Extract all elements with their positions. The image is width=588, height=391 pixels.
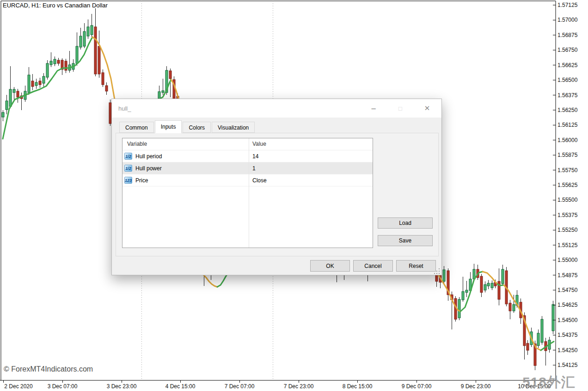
time-axis-label: 9 Dec 07:00 — [402, 383, 432, 390]
param-row-hull-period[interactable]: 1/2Hull period14 — [122, 150, 373, 162]
table-column-divider — [249, 138, 249, 248]
resize-grip[interactable] — [434, 268, 440, 274]
load-button[interactable]: Load — [378, 217, 433, 229]
mt4-chart-window: EURCAD, H1: Euro vs Canadian Dollar 1.57… — [0, 0, 588, 391]
param-value[interactable]: 14 — [252, 153, 258, 160]
time-axis-label: 2 Dec 2020 — [4, 383, 32, 390]
param-value[interactable]: 1 — [252, 165, 256, 172]
double-type-icon: 1/2 — [124, 153, 132, 160]
param-name: Price — [135, 177, 148, 184]
param-value[interactable]: Close — [252, 177, 267, 184]
maximize-icon: □ — [398, 105, 402, 112]
cancel-button[interactable]: Cancel — [353, 260, 393, 272]
time-axis-label: 9 Dec 23:00 — [461, 383, 491, 390]
time-axis-label: 4 Dec 15:00 — [165, 383, 196, 390]
tab-colors[interactable]: Colors — [183, 122, 211, 133]
close-button[interactable]: ✕ — [414, 99, 441, 118]
param-row-price[interactable]: 123PriceClose — [122, 174, 373, 186]
inputs-table: Variable Value 1/2Hull period141/2Hull p… — [122, 138, 373, 248]
time-axis-label: 7 Dec 23:00 — [284, 383, 314, 390]
dialog-tabs: CommonInputsColorsVisualization — [119, 122, 256, 133]
variable-column-header: Variable — [127, 141, 147, 147]
indicator-properties-dialog: hull_ ─□✕ CommonInputsColorsVisualizatio… — [111, 99, 442, 275]
minimize-icon: ─ — [371, 105, 375, 112]
dialog-titlebar[interactable]: hull_ ─□✕ — [112, 99, 441, 118]
time-axis-label: 7 Dec 07:00 — [225, 383, 255, 390]
ok-button[interactable]: OK — [310, 260, 350, 272]
copyright-watermark: © ForexMT4Indicators.com — [4, 365, 93, 373]
param-name: Hull period — [135, 153, 162, 160]
double-type-icon: 1/2 — [124, 165, 132, 172]
param-row-hull-power[interactable]: 1/2Hull power1 — [122, 162, 373, 174]
save-button[interactable]: Save — [378, 235, 433, 246]
integer-type-icon: 123 — [124, 177, 132, 184]
reset-button[interactable]: Reset — [396, 260, 436, 272]
tab-visualization[interactable]: Visualization — [212, 122, 255, 133]
time-axis-label: 3 Dec 23:00 — [107, 383, 137, 390]
tab-common[interactable]: Common — [119, 122, 154, 133]
param-name: Hull power — [135, 165, 162, 172]
close-icon: ✕ — [424, 104, 430, 112]
dialog-title: hull_ — [118, 105, 131, 112]
window-controls: ─□✕ — [360, 99, 441, 118]
time-axis-label: 8 Dec 15:00 — [343, 383, 373, 390]
value-column-header: Value — [252, 141, 266, 147]
maximize-button[interactable]: □ — [387, 99, 414, 118]
table-header-row: Variable Value — [122, 138, 373, 150]
minimize-button[interactable]: ─ — [360, 99, 387, 118]
inputs-tab-page: Variable Value 1/2Hull period141/2Hull p… — [116, 133, 439, 256]
tab-inputs[interactable]: Inputs — [155, 120, 182, 133]
site-watermark: 518外汇网 — [522, 373, 588, 391]
time-axis-label: 3 Dec 07:00 — [48, 383, 78, 390]
